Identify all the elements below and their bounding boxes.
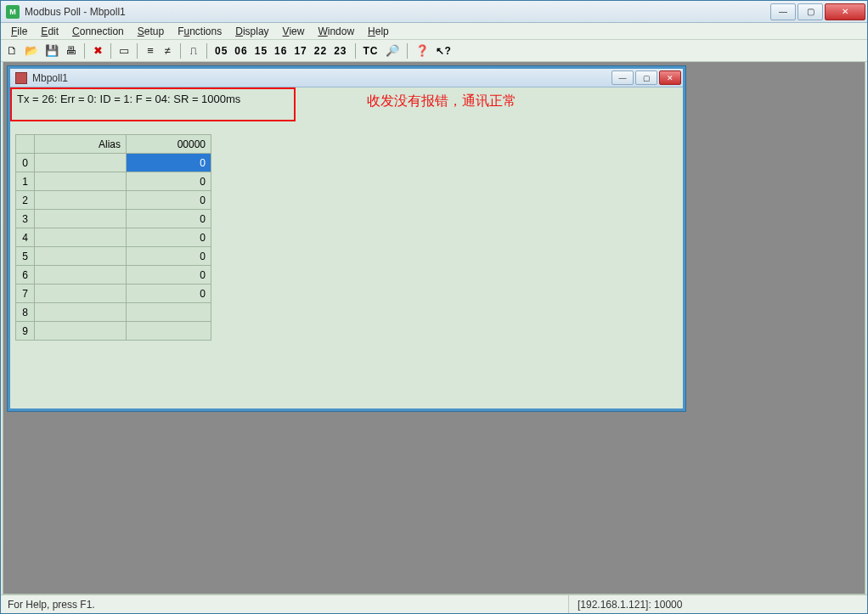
toolbar-save-button[interactable]: 💾 xyxy=(42,42,61,59)
value-cell[interactable]: 0 xyxy=(127,266,211,284)
toolbar-fn16-button[interactable]: 16 xyxy=(272,42,290,59)
alias-cell[interactable] xyxy=(35,154,127,172)
maximize-button[interactable]: ▢ xyxy=(798,3,823,20)
toolbar-cut-button[interactable]: ✖ xyxy=(90,42,105,59)
new-file-icon: 🗋 xyxy=(7,44,18,57)
child-close-button[interactable]: ✕ xyxy=(659,70,681,85)
menu-connection[interactable]: Connection xyxy=(67,25,129,38)
toolbar-fn05-button[interactable]: 05 xyxy=(212,42,230,59)
toolbar-fn22-button[interactable]: 22 xyxy=(312,42,330,59)
toolbar-whatsthis-button[interactable]: ↖? xyxy=(433,42,454,59)
toolbar-separator xyxy=(206,43,207,59)
table-row: 70 xyxy=(16,284,211,303)
row-header-cell[interactable]: 7 xyxy=(16,284,35,303)
alias-cell[interactable] xyxy=(35,247,127,266)
toolbar-pulse-button[interactable]: ⎍ xyxy=(186,42,201,59)
col-header-rownum[interactable] xyxy=(16,135,35,154)
toolbar-monitor-button[interactable]: ▭ xyxy=(116,42,132,59)
table-row: 10 xyxy=(16,172,211,191)
toolbar-connect-button[interactable]: ≡ xyxy=(143,42,158,59)
alias-cell[interactable] xyxy=(35,210,127,228)
value-cell[interactable]: 0 xyxy=(127,228,211,247)
child-minimize-button[interactable]: — xyxy=(612,70,634,85)
row-header-cell[interactable]: 1 xyxy=(16,172,35,191)
statusbar-connection-cell: [192.168.1.121]: 10000 xyxy=(568,595,865,613)
app-icon: M xyxy=(6,5,20,19)
value-cell[interactable]: 0 xyxy=(127,154,211,172)
value-cell[interactable]: 0 xyxy=(127,284,211,303)
menu-view[interactable]: View xyxy=(278,25,310,38)
toolbar-tc-button[interactable]: TC xyxy=(361,42,381,59)
alias-cell[interactable] xyxy=(35,172,127,191)
alias-cell[interactable] xyxy=(35,191,127,210)
toolbar-fn15-button[interactable]: 15 xyxy=(252,42,270,59)
toolbar-disconnect-button[interactable]: ≠ xyxy=(160,42,175,59)
main-window: M Modbus Poll - Mbpoll1 — ▢ ✕ File Edit … xyxy=(0,0,868,614)
register-table: Alias 00000 001020304050607089 xyxy=(15,134,211,341)
table-row: 9 xyxy=(16,322,211,341)
alias-cell[interactable] xyxy=(35,303,127,322)
toolbar-open-button[interactable]: 📂 xyxy=(22,42,41,59)
child-window: Mbpoll1 — ▢ ✕ Tx = 26: Err = 0: ID = 1: … xyxy=(7,65,686,412)
table-row: 50 xyxy=(16,247,211,266)
menu-edit[interactable]: Edit xyxy=(36,25,64,38)
row-header-cell[interactable]: 6 xyxy=(16,266,35,284)
value-cell[interactable]: 0 xyxy=(127,210,211,228)
annotation-text: 收发没有报错，通讯正常 xyxy=(367,93,516,110)
table-row: 8 xyxy=(16,303,211,322)
toolbar-separator xyxy=(407,43,408,59)
menubar: File Edit Connection Setup Functions Dis… xyxy=(1,23,867,40)
row-header-cell[interactable]: 4 xyxy=(16,228,35,247)
row-header-cell[interactable]: 9 xyxy=(16,322,35,341)
toolbar-separator xyxy=(355,43,356,59)
window-title: Modbus Poll - Mbpoll1 xyxy=(25,6,770,18)
menu-window[interactable]: Window xyxy=(313,25,359,38)
toolbar-find-button[interactable]: 🔎 xyxy=(383,42,402,59)
child-window-icon xyxy=(15,72,27,84)
menu-setup[interactable]: Setup xyxy=(132,25,169,38)
toolbar-fn23-button[interactable]: 23 xyxy=(331,42,349,59)
col-header-alias[interactable]: Alias xyxy=(35,135,127,154)
child-maximize-button[interactable]: ▢ xyxy=(635,70,657,85)
menu-functions[interactable]: Functions xyxy=(172,25,227,38)
value-cell[interactable]: 0 xyxy=(127,172,211,191)
table-row: 20 xyxy=(16,191,211,210)
statusbar-help-text: For Help, press F1. xyxy=(3,599,568,611)
value-cell[interactable]: 0 xyxy=(127,247,211,266)
row-header-cell[interactable]: 3 xyxy=(16,210,35,228)
row-header-cell[interactable]: 2 xyxy=(16,191,35,210)
toolbar-new-button[interactable]: 🗋 xyxy=(4,42,20,59)
menu-help[interactable]: Help xyxy=(363,25,394,38)
col-header-value[interactable]: 00000 xyxy=(127,135,211,154)
toolbar-fn17-button[interactable]: 17 xyxy=(291,42,309,59)
toolbar: 🗋 📂 💾 🖶 ✖ ▭ ≡ ≠ ⎍ 05 06 15 16 17 22 23 T… xyxy=(1,40,867,62)
open-file-icon: 📂 xyxy=(25,44,38,57)
help-icon: ❓ xyxy=(415,44,429,57)
toolbar-fn06-button[interactable]: 06 xyxy=(232,42,250,59)
child-content: Tx = 26: Err = 0: ID = 1: F = 04: SR = 1… xyxy=(10,87,683,408)
toolbar-print-button[interactable]: 🖶 xyxy=(63,42,79,59)
row-header-cell[interactable]: 8 xyxy=(16,303,35,322)
disconnect-icon: ≠ xyxy=(164,44,170,57)
alias-cell[interactable] xyxy=(35,322,127,341)
toolbar-separator xyxy=(180,43,181,59)
alias-cell[interactable] xyxy=(35,266,127,284)
value-cell[interactable]: 0 xyxy=(127,191,211,210)
child-window-title: Mbpoll1 xyxy=(32,72,612,84)
child-titlebar: Mbpoll1 — ▢ ✕ xyxy=(10,69,683,87)
row-header-cell[interactable]: 5 xyxy=(16,247,35,266)
menu-file[interactable]: File xyxy=(6,25,32,38)
connect-icon: ≡ xyxy=(147,44,154,57)
row-header-cell[interactable]: 0 xyxy=(16,154,35,172)
value-cell[interactable] xyxy=(127,303,211,322)
close-button[interactable]: ✕ xyxy=(825,3,865,20)
toolbar-separator xyxy=(110,43,111,59)
alias-cell[interactable] xyxy=(35,284,127,303)
main-titlebar: M Modbus Poll - Mbpoll1 — ▢ ✕ xyxy=(1,1,867,23)
minimize-button[interactable]: — xyxy=(770,3,796,20)
alias-cell[interactable] xyxy=(35,228,127,247)
mdi-client-area: Mbpoll1 — ▢ ✕ Tx = 26: Err = 0: ID = 1: … xyxy=(3,62,865,594)
toolbar-help-cursor-button[interactable]: ❓ xyxy=(413,42,431,59)
menu-display[interactable]: Display xyxy=(230,25,273,38)
value-cell[interactable] xyxy=(127,322,211,341)
